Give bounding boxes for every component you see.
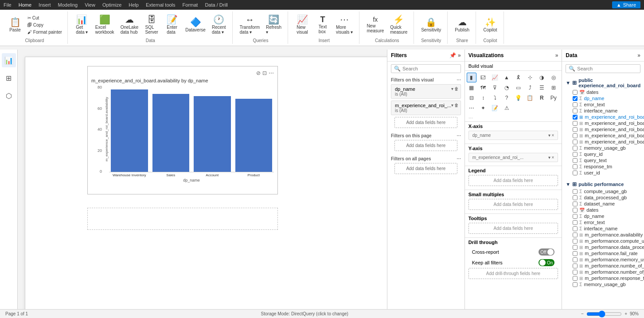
menu-data-drill[interactable]: Data / Drill <box>205 2 227 8</box>
clipboard-small: ✂ Cut 🗐 Copy 🖌 Format painter <box>26 15 64 35</box>
ribbon: 📋 Paste ✂ Cut 🗐 Copy 🖌 Format painter Cl… <box>0 10 644 46</box>
ribbon-group-calculations: fx Newmeasure ⚡ Quickmeasure Calculation… <box>360 12 414 44</box>
data-items: 📊 Getdata ▾ 🟩 Excelworkbook ☁ OneLakedat… <box>72 12 229 37</box>
excel-workbook-button[interactable]: 🟩 Excelworkbook <box>93 12 117 37</box>
sensitivity-label: Sensitivity <box>421 38 441 43</box>
onelake-icon: ☁ <box>125 15 134 24</box>
excel-icon: 🟩 <box>99 15 110 24</box>
ribbon-group-sensitivity: 🔒 Sensitivity Sensitivity <box>415 12 448 44</box>
copilot-button[interactable]: ✨ Copilot <box>480 12 500 37</box>
menu-external-tools[interactable]: External tools <box>146 2 176 8</box>
share-button[interactable]: ▲ Share <box>612 1 640 8</box>
menu-bar: File Home Insert Modeling View Optimize … <box>0 0 644 10</box>
format-painter-button[interactable]: 🖌 Format painter <box>26 29 64 35</box>
onelake-button[interactable]: ☁ OneLakedata hub <box>118 12 141 37</box>
more-visuals-icon: ⋯ <box>340 15 349 24</box>
new-measure-icon: fx <box>373 16 378 23</box>
ribbon-group-clipboard: 📋 Paste ✂ Cut 🗐 Copy 🖌 Format painter Cl… <box>2 12 68 44</box>
transform-button[interactable]: ↔ Transformdata ▾ <box>237 12 262 37</box>
share-group-label: Share <box>456 38 468 43</box>
sensitivity-icon: 🔒 <box>425 18 437 27</box>
refresh-icon: 🔄 <box>268 15 279 24</box>
publish-icon: ☁ <box>458 18 467 27</box>
queries-label: Queries <box>253 38 268 43</box>
copilot-items: ✨ Copilot <box>480 12 500 37</box>
quick-measure-button[interactable]: ⚡ Quickmeasure <box>387 12 410 37</box>
insert-items: 📈 Newvisual T Textbox ⋯ Morevisuals ▾ <box>293 12 355 37</box>
copy-button[interactable]: 🗐 Copy <box>26 22 64 28</box>
menu-optimize[interactable]: Optimize <box>102 2 121 8</box>
sensitivity-items: 🔒 Sensitivity <box>418 12 444 37</box>
ribbon-group-data: 📊 Getdata ▾ 🟩 Excelworkbook ☁ OneLakedat… <box>69 12 233 44</box>
dataverse-button[interactable]: 🔷 Dataverse <box>183 12 208 37</box>
share-items: ☁ Publish <box>452 12 472 37</box>
calc-items: fx Newmeasure ⚡ Quickmeasure <box>364 12 410 37</box>
text-box-button[interactable]: T Textbox <box>313 12 332 37</box>
clipboard-items: 📋 Paste ✂ Cut 🗐 Copy 🖌 Format painter <box>5 12 64 37</box>
copilot-label: Copilot <box>483 38 497 43</box>
ribbon-group-copilot: ✨ Copilot Copilot <box>477 12 504 44</box>
ribbon-content: 📋 Paste ✂ Cut 🗐 Copy 🖌 Format painter Cl… <box>0 10 644 46</box>
ribbon-group-insert: 📈 Newvisual T Textbox ⋯ Morevisuals ▾ In… <box>289 12 359 44</box>
insert-label: Insert <box>319 38 330 43</box>
data-label: Data <box>146 38 155 43</box>
new-visual-icon: 📈 <box>297 15 308 24</box>
menu-modeling[interactable]: Modeling <box>58 2 78 8</box>
sensitivity-button[interactable]: 🔒 Sensitivity <box>418 12 444 37</box>
paste-label: Paste <box>9 27 21 32</box>
paste-icon: 📋 <box>10 18 21 27</box>
queries-items: ↔ Transformdata ▾ 🔄 Refresh▾ <box>237 12 284 37</box>
get-data-icon: 📊 <box>76 15 87 24</box>
dataverse-icon: 🔷 <box>190 18 201 27</box>
get-data-button[interactable]: 📊 Getdata ▾ <box>72 12 92 37</box>
publish-button[interactable]: ☁ Publish <box>452 12 472 37</box>
sql-server-button[interactable]: 🗄 SQLServer <box>142 12 161 37</box>
menu-view[interactable]: View <box>85 2 95 8</box>
new-visual-button[interactable]: 📈 Newvisual <box>293 12 312 37</box>
quick-measure-icon: ⚡ <box>393 15 404 24</box>
more-visuals-button[interactable]: ⋯ Morevisuals ▾ <box>333 12 355 37</box>
calculations-label: Calculations <box>375 38 399 43</box>
recent-data-icon: 🕐 <box>213 15 224 24</box>
sql-icon: 🗄 <box>147 15 156 24</box>
enter-data-icon: 📝 <box>167 15 178 24</box>
menu-insert[interactable]: Insert <box>39 2 51 8</box>
paste-button[interactable]: 📋 Paste <box>5 12 25 37</box>
enter-data-button[interactable]: 📝 Enterdata <box>162 12 182 37</box>
new-measure-button[interactable]: fx Newmeasure <box>364 12 386 37</box>
recent-data-button[interactable]: 🕐 Recentdata ▾ <box>209 12 229 37</box>
transform-icon: ↔ <box>245 15 254 24</box>
cut-button[interactable]: ✂ Cut <box>26 15 64 21</box>
menu-file[interactable]: File <box>4 2 12 8</box>
refresh-button[interactable]: 🔄 Refresh▾ <box>263 12 284 37</box>
ribbon-group-share: ☁ Publish Share <box>449 12 476 44</box>
menu-help[interactable]: Help <box>129 2 139 8</box>
menu-format[interactable]: Format <box>183 2 198 8</box>
copilot-icon: ✨ <box>485 18 496 27</box>
clipboard-label: Clipboard <box>25 38 44 43</box>
menu-home[interactable]: Home <box>19 2 31 8</box>
ribbon-group-queries: ↔ Transformdata ▾ 🔄 Refresh▾ Queries <box>234 12 288 44</box>
text-box-icon: T <box>320 16 325 23</box>
